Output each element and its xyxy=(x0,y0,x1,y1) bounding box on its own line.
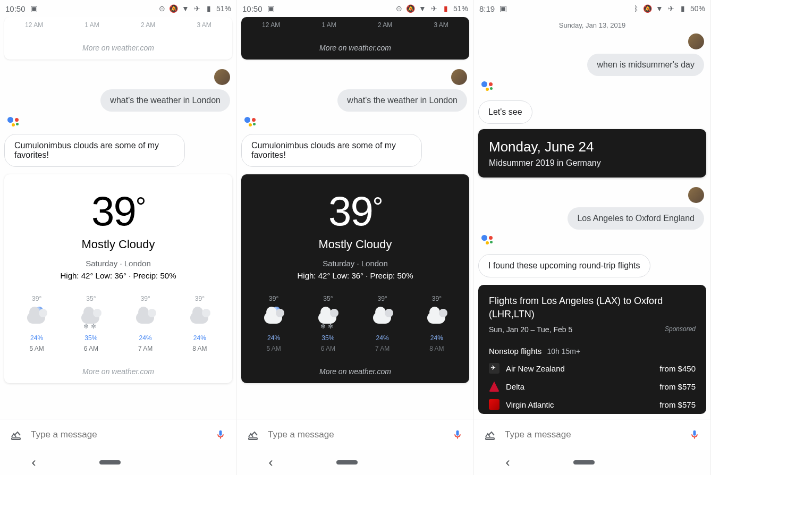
fc-time: 7 AM xyxy=(371,345,394,352)
back-button[interactable]: ‹ xyxy=(269,455,273,470)
fc-precip: 24% xyxy=(371,334,394,342)
cloud-icon xyxy=(371,307,394,326)
mic-icon[interactable] xyxy=(214,428,227,441)
fc-temp: 39° xyxy=(371,295,394,302)
user-avatar[interactable] xyxy=(214,69,230,85)
svg-rect-0 xyxy=(12,438,20,440)
assistant-message: Cumulonimbus clouds are some of my favor… xyxy=(4,134,185,167)
forecast-item: 39° 24% 5 AM xyxy=(262,295,285,352)
back-button[interactable]: ‹ xyxy=(506,455,510,470)
fc-time: 5 AM xyxy=(25,345,48,352)
location-icon: ⊙ xyxy=(395,4,403,13)
flight-row[interactable]: Deltafrom $575 xyxy=(489,381,696,392)
weather-stats: High: 42° Low: 36° · Precip: 50% xyxy=(4,271,232,280)
more-link[interactable]: More on weather.com xyxy=(4,367,232,376)
fc-precip: 35% xyxy=(316,334,340,342)
wifi-icon: ▼ xyxy=(418,4,427,13)
message-input[interactable] xyxy=(505,429,680,440)
flight-row[interactable]: Virgin Atlanticfrom $575 xyxy=(489,399,696,410)
weather-stats: High: 42° Low: 36° · Precip: 50% xyxy=(241,271,469,280)
back-button[interactable]: ‹ xyxy=(32,455,36,470)
image-icon: ▣ xyxy=(267,4,275,13)
dnd-icon: 🔕 xyxy=(643,4,652,13)
user-avatar[interactable] xyxy=(688,33,704,49)
more-link[interactable]: More on weather.com xyxy=(241,44,469,52)
mic-icon[interactable] xyxy=(688,428,701,441)
forecast-item: 35° ✻ ✻ 35% 6 AM xyxy=(316,295,340,352)
info-card[interactable]: Monday, June 24 Midsummer 2019 in German… xyxy=(478,129,706,178)
condition: Mostly Cloudy xyxy=(4,238,232,251)
forecast-item: 39° 24% 8 AM xyxy=(188,295,211,352)
assistant-message: Let's see xyxy=(478,100,532,124)
flights-card[interactable]: Flights from Los Angeles (LAX) to Oxford… xyxy=(478,285,706,414)
cloud-icon xyxy=(188,307,211,326)
fc-time: 8 AM xyxy=(425,345,448,352)
airplane-icon: ✈ xyxy=(193,4,201,13)
fc-time: 5 AM xyxy=(262,345,285,352)
hourly-time: 12 AM xyxy=(262,21,280,29)
nav-bar: ‹ xyxy=(474,450,710,475)
weather-top-card[interactable]: 12 AM 1 AM 2 AM 3 AM More on weather.com xyxy=(4,17,232,60)
user-avatar[interactable] xyxy=(688,187,704,203)
temperature: 39° xyxy=(241,187,469,235)
fc-temp: 35° xyxy=(79,295,103,302)
airline-name: Delta xyxy=(506,382,524,391)
wifi-icon: ▼ xyxy=(655,4,664,13)
flight-price: from $575 xyxy=(659,382,696,391)
weather-card[interactable]: 39° Mostly Cloudy Saturday · London High… xyxy=(241,174,469,383)
hourly-time: 12 AM xyxy=(25,21,43,29)
cloud-icon: ✻ ✻ xyxy=(79,307,103,326)
message-input[interactable] xyxy=(31,429,206,440)
input-bar xyxy=(237,419,473,450)
fc-precip: 24% xyxy=(188,334,211,342)
hourly-time: 3 AM xyxy=(434,21,448,29)
dnd-icon: 🔕 xyxy=(407,4,415,13)
cloud-icon xyxy=(134,307,157,326)
home-pill[interactable] xyxy=(336,460,358,465)
screen-1: 10:50 ▣ ⊙ 🔕 ▼ ✈ ▮ 51% 12 AM 1 AM 2 AM 3 … xyxy=(0,0,237,475)
mic-icon[interactable] xyxy=(451,428,464,441)
input-bar xyxy=(474,419,710,450)
image-icon: ▣ xyxy=(499,4,507,13)
svg-rect-2 xyxy=(486,438,494,440)
weather-card[interactable]: 39° Mostly Cloudy Saturday · London High… xyxy=(4,174,232,383)
keyboard-icon[interactable] xyxy=(484,428,496,441)
fc-temp: 39° xyxy=(25,295,48,302)
more-link[interactable]: More on weather.com xyxy=(241,367,469,376)
more-link[interactable]: More on weather.com xyxy=(4,44,232,52)
card-title: Monday, June 24 xyxy=(489,139,696,155)
forecast-item: 35° ✻ ✻ 35% 6 AM xyxy=(79,295,103,352)
battery-pct: 50% xyxy=(690,4,705,13)
message-input[interactable] xyxy=(268,429,443,440)
forecast-row: 39° 24% 5 AM35° ✻ ✻ 35% 6 AM39° 24% 7 AM… xyxy=(4,295,232,352)
forecast-item: 39° 24% 8 AM xyxy=(425,295,448,352)
fc-precip: 24% xyxy=(25,334,48,342)
keyboard-icon[interactable] xyxy=(10,428,22,441)
date-header: Sunday, Jan 13, 2019 xyxy=(478,21,706,29)
fc-temp: 39° xyxy=(262,295,285,302)
airline-icon xyxy=(489,399,499,410)
airline-icon xyxy=(489,363,499,374)
fc-precip: 24% xyxy=(425,334,448,342)
flight-row[interactable]: Air New Zealandfrom $450 xyxy=(489,363,696,374)
assistant-icon xyxy=(481,81,495,95)
home-pill[interactable] xyxy=(573,460,595,465)
user-message: what's the weather in London xyxy=(337,89,467,112)
status-time: 10:50 xyxy=(242,4,262,13)
home-pill[interactable] xyxy=(99,460,121,465)
fc-time: 6 AM xyxy=(79,345,103,352)
card-subtitle: Midsummer 2019 in Germany xyxy=(489,158,696,168)
location: Saturday · London xyxy=(4,259,232,268)
airplane-icon: ✈ xyxy=(667,4,675,13)
flight-dates: Sun, Jan 20 – Tue, Feb 5 xyxy=(489,325,572,334)
user-avatar[interactable] xyxy=(451,69,467,85)
status-bar: 10:50 ▣ ⊙ 🔕 ▼ ✈ ▮ 51% xyxy=(237,0,473,17)
keyboard-icon[interactable] xyxy=(247,428,259,441)
weather-top-card[interactable]: 12 AM 1 AM 2 AM 3 AM More on weather.com xyxy=(241,17,469,60)
nav-bar: ‹ xyxy=(0,450,236,475)
screen-3: 8:19 ▣ ᛒ 🔕 ▼ ✈ ▮ 50% Sunday, Jan 13, 201… xyxy=(474,0,711,475)
flights-section: Nonstop flights 10h 15m+ xyxy=(489,347,696,356)
battery-pct: 51% xyxy=(453,4,468,13)
bluetooth-icon: ᛒ xyxy=(632,4,640,13)
dnd-icon: 🔕 xyxy=(170,4,178,13)
